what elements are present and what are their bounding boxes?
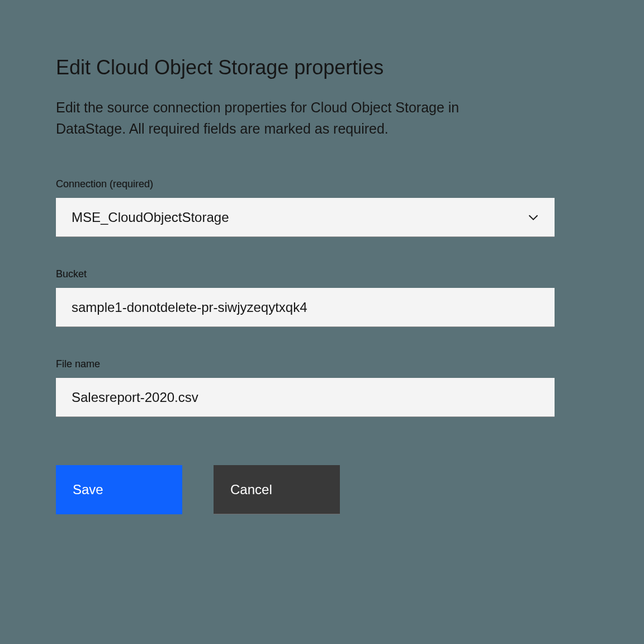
connection-dropdown[interactable]: MSE_CloudObjectStorage <box>56 198 555 237</box>
page-description: Edit the source connection properties fo… <box>56 97 481 139</box>
filename-label: File name <box>56 358 555 370</box>
bucket-input[interactable] <box>56 288 555 327</box>
save-button[interactable]: Save <box>56 465 182 514</box>
connection-value: MSE_CloudObjectStorage <box>72 210 528 225</box>
bucket-label: Bucket <box>56 268 555 280</box>
filename-input[interactable] <box>56 378 555 417</box>
connection-label: Connection (required) <box>56 178 555 190</box>
page-title: Edit Cloud Object Storage properties <box>56 56 555 79</box>
cancel-button[interactable]: Cancel <box>214 465 340 514</box>
chevron-down-icon <box>528 212 539 223</box>
